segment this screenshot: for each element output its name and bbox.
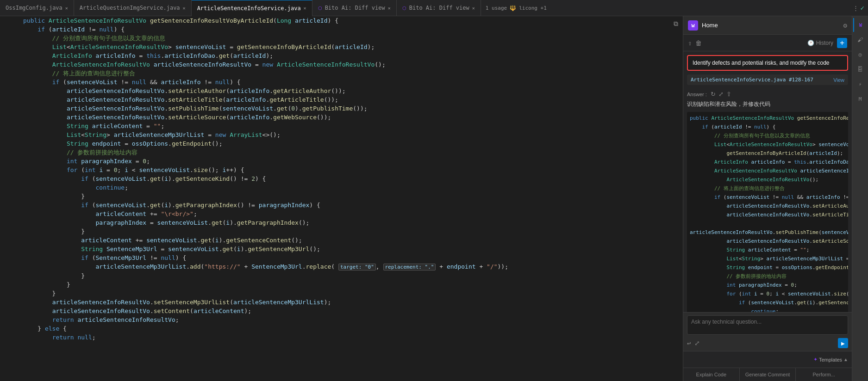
answer-code-block: public ArticleSentenceInfoResultVo getSe…	[687, 112, 848, 312]
code-line: int paragraphIndex = 0;	[0, 157, 683, 166]
code-line: String endpoint = ossOptions.getEndpoint…	[0, 139, 683, 148]
bottom-action-bar: ✦ Templates ▲	[683, 351, 852, 368]
code-content: public ArticleSentenceInfoResultVo getSe…	[0, 16, 683, 342]
code-line: String SentenceMp3Url = sentenceVoList.g…	[0, 245, 683, 253]
tab-bito-diff-2[interactable]: ⬡ Bito Ai: Diff view ✕	[397, 0, 481, 16]
code-line: List<String> articleSentenceMp3UrlList =…	[0, 130, 683, 139]
share-answer-icon[interactable]: ⇧	[726, 91, 731, 98]
code-line: if (sentenceVoList.get(i).getParagraphIn…	[0, 201, 683, 209]
bito-icon: ⬡	[318, 6, 322, 11]
expand-icon[interactable]: ⤢	[718, 91, 724, 98]
sidebar-icon-paintbrush[interactable]: 🖌	[853, 33, 867, 47]
usage-bar: 1 usage 🔱 licong +1	[481, 5, 551, 11]
bito-logo: w	[688, 20, 698, 31]
bito-content: w Home ⚙ ⇧ 🗑 🕐 History + Identify defect…	[683, 16, 852, 381]
branch-name: licong +1	[519, 5, 547, 11]
code-line: if (sentenceVoList != null && articleInf…	[0, 78, 683, 86]
share-icon[interactable]: ⇧	[688, 39, 692, 47]
tab-ossimgconfig[interactable]: OssImgConfig.java ✕	[0, 0, 74, 16]
bito-icon: ⬡	[402, 6, 406, 11]
code-line: articleContent += sentenceVoList.get(i).…	[0, 236, 683, 245]
close-icon[interactable]: ✕	[472, 6, 475, 11]
code-line: articleSentenceInfoResultVo.setArticleAu…	[0, 86, 683, 95]
prompt-card: Identify defects and potential risks, an…	[687, 55, 848, 71]
perform-button[interactable]: Perform...	[796, 368, 852, 381]
code-line: List<ArticleSentenceInfoResultVo> senten…	[0, 43, 683, 51]
code-line: }	[0, 227, 683, 236]
code-line: String articleContent = "";	[0, 122, 683, 130]
trash-icon[interactable]: 🗑	[695, 39, 702, 47]
settings-icon[interactable]: ⚙	[843, 22, 847, 29]
code-line: if (SentenceMp3Url != null) {	[0, 253, 683, 262]
code-line: paragraphIndex = sentenceVoList.get(i).g…	[0, 218, 683, 227]
code-line: if (articleId != null) {	[0, 25, 683, 34]
code-editor[interactable]: ⧉ public ArticleSentenceInfoResultVo get…	[0, 16, 683, 381]
bito-home-title: Home	[702, 22, 840, 29]
tab-label: OssImgConfig.java	[6, 5, 62, 11]
send-button[interactable]: ▶	[838, 338, 848, 348]
code-line: public ArticleSentenceInfoResultVo getSe…	[0, 16, 683, 25]
tab-bar: OssImgConfig.java ✕ ArticleQuestionImgSe…	[0, 0, 868, 16]
tab-articlequestion[interactable]: ArticleQuestionImgService.java ✕	[74, 0, 192, 16]
code-line: ArticleSentenceInfoResultVo articleSente…	[0, 60, 683, 69]
close-icon[interactable]: ✕	[304, 6, 306, 11]
undo-icon[interactable]: ↩	[687, 339, 691, 347]
code-line: continue;	[0, 183, 683, 192]
main-area: ⧉ public ArticleSentenceInfoResultVo get…	[0, 16, 868, 381]
sidebar-icon-github-copilot[interactable]: ◎	[853, 48, 867, 61]
copy-button[interactable]: ⧉	[674, 20, 678, 28]
bito-input-area: ↩ ⤢ ▶	[683, 312, 852, 351]
clock-icon: 🕐	[807, 40, 814, 46]
answer-label: Answer : ↻ ⤢ ⇧	[687, 91, 848, 98]
refresh-icon[interactable]: ↻	[711, 91, 716, 98]
code-line: if (sentenceVoList.get(i).getSentenceKin…	[0, 174, 683, 183]
file-ref-name: ArticleSentenceInfoService.java #128-167	[691, 77, 813, 83]
code-line: ArticleInfo articleInfo = this.articleIn…	[0, 51, 683, 60]
code-line: return null;	[0, 333, 683, 342]
code-line: }	[0, 280, 683, 289]
explain-code-button[interactable]: Explain Code	[683, 368, 740, 381]
tab-articlesentence[interactable]: ArticleSentenceInfoService.java ✕	[192, 0, 312, 16]
code-line: // 分别查询所有句子信息以及文章的信息	[0, 34, 683, 43]
templates-button[interactable]: ✦ Templates ▲	[813, 356, 848, 363]
code-line: // 将上面的查询信息进行整合	[0, 69, 683, 78]
history-label[interactable]: 🕐 History	[807, 40, 833, 46]
code-line: articleContent += "\r<br/>";	[0, 209, 683, 218]
sidebar-icon-bigdata[interactable]: ⚡	[853, 77, 867, 91]
code-line: } else {	[0, 324, 683, 333]
sidebar-icon-database[interactable]: 🗄	[853, 62, 867, 76]
code-line: // 参数前拼接的地址内容	[0, 148, 683, 157]
sidebar-icon-maven[interactable]: M	[853, 92, 867, 106]
close-icon[interactable]: ✕	[183, 6, 186, 11]
code-line: }	[0, 271, 683, 280]
tab-label: ArticleQuestionImgService.java	[80, 5, 180, 11]
tab-label: Bito Ai: Diff view	[409, 5, 469, 11]
view-button[interactable]: View	[833, 77, 844, 83]
usage-count: 1 usage	[486, 5, 507, 11]
chevron-up-icon: ▲	[843, 357, 848, 362]
close-icon[interactable]: ✕	[388, 6, 391, 11]
code-line: articleSentenceInfoResultVo.setContent(a…	[0, 307, 683, 315]
tab-bito-diff-1[interactable]: ⬡ Bito Ai: Diff view ✕	[312, 0, 397, 16]
tab-label: ArticleSentenceInfoService.java	[197, 5, 301, 12]
sidebar-icon-bito[interactable]: W	[853, 18, 867, 32]
chat-input[interactable]	[687, 315, 848, 335]
code-line: }	[0, 289, 683, 298]
code-line: articleSentenceInfoResultVo.setSentenceM…	[0, 298, 683, 307]
tab-actions: ⋮ ✓	[849, 4, 868, 12]
code-line: articleSentenceInfoResultVo.setPublishTi…	[0, 104, 683, 113]
answer-section[interactable]: Answer : ↻ ⤢ ⇧ 识别缺陷和潜在风险，并修改代码 public Ar…	[683, 88, 852, 312]
expand-input-icon[interactable]: ⤢	[694, 339, 700, 347]
tab-label: Bito Ai: Diff view	[325, 5, 385, 11]
generate-comment-button[interactable]: Generate Comment	[740, 368, 796, 381]
bito-header: w Home ⚙	[683, 16, 852, 35]
code-line: articleSentenceInfoResultVo.setArticleSo…	[0, 113, 683, 122]
add-chat-button[interactable]: +	[837, 38, 847, 48]
answer-chinese-text: 识别缺陷和潜在风险，并修改代码	[687, 100, 848, 108]
code-line: articleSentenceMp3UrlList.add("https://"…	[0, 262, 683, 271]
close-icon[interactable]: ✕	[65, 6, 68, 11]
ellipsis-icon[interactable]: ⋮	[853, 5, 859, 12]
bito-toolbar: ⇧ 🗑 🕐 History +	[683, 35, 852, 51]
code-line: return articleSentenceInfoResultVo;	[0, 315, 683, 324]
code-line: }	[0, 192, 683, 201]
